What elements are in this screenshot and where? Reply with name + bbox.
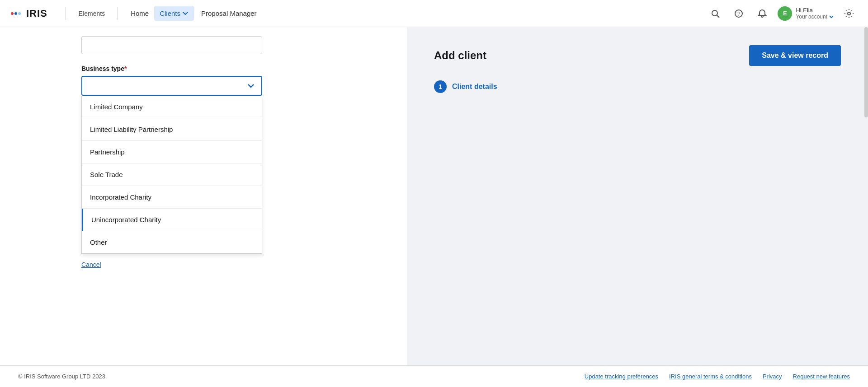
save-view-record-button[interactable]: Save & view record (749, 45, 841, 66)
settings-button[interactable] (841, 5, 857, 22)
user-chevron-icon (829, 14, 834, 19)
clients-nav-label: Clients (160, 9, 180, 17)
business-type-dropdown[interactable] (81, 76, 262, 96)
footer-copyright: © IRIS Software Group LTD 2023 (18, 373, 105, 380)
logo: IRIS (11, 8, 47, 19)
dropdown-option-llp[interactable]: Limited Liability Partnership (82, 118, 262, 141)
footer-link-features[interactable]: Request new features (793, 373, 850, 380)
settings-icon (844, 9, 854, 19)
required-marker: * (124, 65, 127, 72)
iris-logo-dots (11, 12, 21, 15)
top-input-field[interactable] (81, 36, 262, 54)
dot-blue (14, 12, 17, 15)
dropdown-option-partnership[interactable]: Partnership (82, 141, 262, 163)
cancel-link[interactable]: Cancel (81, 261, 101, 268)
user-greeting: Hi Ella (796, 7, 834, 14)
proposal-manager-nav-link[interactable]: Proposal Manager (196, 6, 262, 21)
search-button[interactable] (707, 5, 723, 22)
dropdown-option-unincorporated-charity[interactable]: Unincorporated Charity (82, 209, 262, 231)
dot-red (11, 12, 14, 15)
iris-logo-text: IRIS (26, 8, 47, 19)
navbar: IRIS Elements Home Clients Proposal Mana… (0, 0, 868, 27)
dropdown-chevron-icon (247, 82, 255, 90)
dropdown-option-limited-company[interactable]: Limited Company (82, 96, 262, 118)
svg-line-1 (717, 15, 719, 18)
footer-link-privacy[interactable]: Privacy (763, 373, 782, 380)
dropdown-option-other[interactable]: Other (82, 231, 262, 253)
scrollbar[interactable] (864, 27, 868, 117)
client-details-label: Client details (452, 83, 497, 91)
svg-point-4 (848, 12, 850, 15)
svg-text:?: ? (737, 11, 741, 17)
bell-icon (758, 9, 767, 18)
left-panel: Business type* Limited Company Limited L… (0, 27, 407, 365)
step-badge: 1 (434, 80, 447, 93)
your-account-label: Your account (796, 14, 827, 20)
clients-nav-dropdown[interactable]: Clients (154, 6, 194, 21)
dropdown-option-incorporated-charity[interactable]: Incorporated Charity (82, 186, 262, 209)
user-text: Hi Ella Your account (796, 7, 834, 20)
elements-nav-label: Elements (73, 6, 110, 21)
right-header: Add client Save & view record (434, 45, 841, 66)
business-type-dropdown-menu: Limited Company Limited Liability Partne… (81, 96, 262, 254)
navbar-right: ? E Hi Ella Your account (707, 5, 857, 22)
home-nav-link[interactable]: Home (125, 6, 154, 21)
add-client-title: Add client (434, 49, 486, 62)
search-icon (711, 9, 720, 18)
user-menu[interactable]: E Hi Ella Your account (778, 6, 834, 21)
footer-link-tracking[interactable]: Update tracking preferences (585, 373, 658, 380)
footer-link-terms[interactable]: IRIS general terms & conditions (669, 373, 752, 380)
nav-divider (66, 7, 66, 20)
nav-divider-2 (118, 7, 118, 20)
footer-links: Update tracking preferences IRIS general… (585, 373, 850, 380)
dropdown-option-sole-trade[interactable]: Sole Trade (82, 163, 262, 186)
chevron-down-icon (182, 10, 189, 17)
footer: © IRIS Software Group LTD 2023 Update tr… (0, 365, 868, 387)
right-panel: Add client Save & view record 1 Client d… (407, 27, 868, 365)
help-icon: ? (734, 9, 743, 18)
main-content: Business type* Limited Company Limited L… (0, 27, 868, 365)
svg-point-0 (712, 10, 717, 16)
dot-light (18, 12, 21, 15)
notifications-button[interactable] (754, 5, 770, 22)
user-avatar: E (778, 6, 792, 21)
help-button[interactable]: ? (731, 5, 747, 22)
client-details-item: 1 Client details (434, 80, 841, 93)
business-type-label: Business type* (81, 65, 389, 72)
